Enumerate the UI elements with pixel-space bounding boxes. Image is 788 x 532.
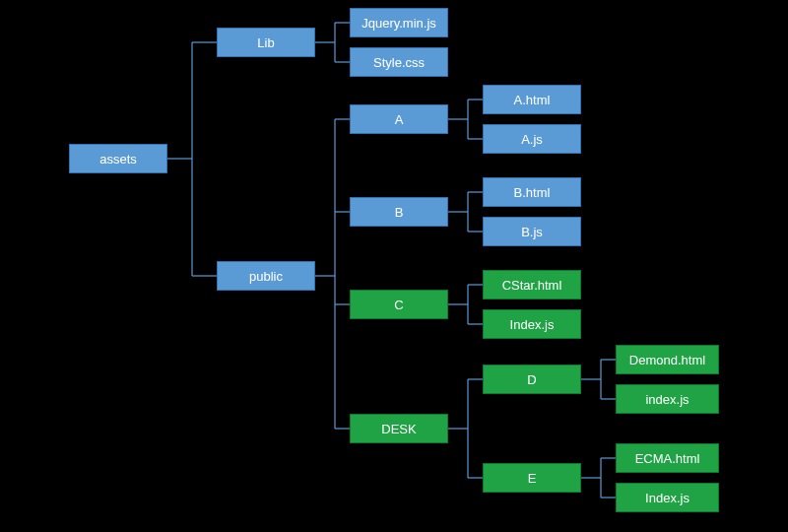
diagram-stage: assets Lib public Jquery.min.js Style.cs… — [0, 0, 788, 532]
node-folder-e: E — [483, 463, 581, 493]
node-lib: Lib — [217, 28, 315, 57]
node-folder-d: D — [483, 365, 581, 394]
node-folder-desk: DESK — [350, 414, 448, 443]
node-jquery-min-js: Jquery.min.js — [350, 8, 448, 37]
node-folder-a: A — [350, 104, 448, 134]
node-b-js: B.js — [483, 217, 581, 246]
node-cstar-html: CStar.html — [483, 270, 581, 299]
node-public: public — [217, 261, 315, 291]
node-ecma-html: ECMA.html — [616, 443, 719, 473]
node-assets: assets — [69, 144, 167, 173]
node-index-d: index.js — [616, 384, 719, 414]
node-style-css: Style.css — [350, 47, 448, 77]
node-b-html: B.html — [483, 177, 581, 207]
node-index-c: Index.js — [483, 309, 581, 339]
node-folder-c: C — [350, 290, 448, 319]
node-demond-html: Demond.html — [616, 345, 719, 374]
node-a-html: A.html — [483, 85, 581, 114]
node-a-js: A.js — [483, 124, 581, 154]
node-folder-b: B — [350, 197, 448, 227]
node-index-e: Index.js — [616, 483, 719, 512]
